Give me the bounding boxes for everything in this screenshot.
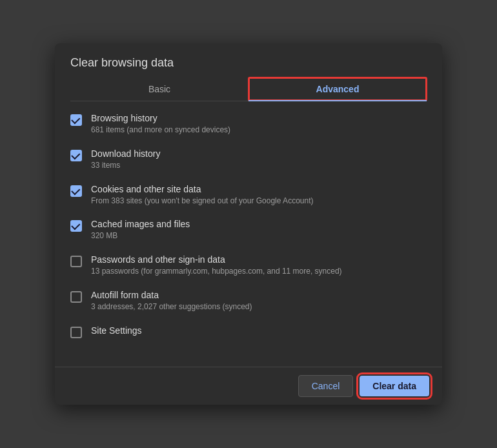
item-label-cached-images: Cached images and files — [91, 219, 190, 229]
dialog-header: Clear browsing data Basic Advanced — [55, 43, 442, 101]
item-sublabel-passwords: 13 passwords (for grammarly.com, hubpage… — [91, 266, 342, 277]
list-item: Download history33 items — [55, 142, 442, 178]
list-item: Passwords and other sign-in data13 passw… — [55, 248, 442, 283]
checkbox-download-history[interactable] — [70, 150, 82, 161]
dialog-body: Browsing history681 items (and more on s… — [55, 101, 442, 367]
checkbox-cached-images[interactable] — [70, 220, 82, 232]
item-label-autofill: Autofill form data — [91, 290, 252, 300]
list-item: Browsing history681 items (and more on s… — [55, 107, 442, 142]
checkbox-site-settings[interactable] — [70, 327, 82, 338]
item-sublabel-autofill: 3 addresses, 2,027 other suggestions (sy… — [91, 301, 252, 312]
checkbox-cookies[interactable] — [70, 185, 82, 197]
list-item: Site Settings — [55, 319, 442, 345]
item-label-browsing-history: Browsing history — [91, 113, 230, 123]
item-sublabel-browsing-history: 681 items (and more on synced devices) — [91, 125, 230, 136]
item-sublabel-cookies: From 383 sites (you won't be signed out … — [91, 196, 313, 207]
scroll-area[interactable]: Browsing history681 items (and more on s… — [55, 101, 442, 367]
item-sublabel-cached-images: 320 MB — [91, 230, 190, 241]
tab-advanced[interactable]: Advanced — [249, 77, 427, 101]
item-label-passwords: Passwords and other sign-in data — [91, 254, 342, 265]
item-label-cookies: Cookies and other site data — [91, 184, 313, 194]
dialog-title: Clear browsing data — [70, 56, 427, 70]
item-sublabel-download-history: 33 items — [91, 160, 160, 171]
dialog-footer: Cancel Clear data — [55, 367, 442, 405]
item-label-download-history: Download history — [91, 148, 160, 159]
tabs-container: Basic Advanced — [70, 77, 427, 101]
clear-browsing-data-dialog: Clear browsing data Basic Advanced Brows… — [55, 43, 442, 405]
clear-data-button[interactable]: Clear data — [360, 376, 429, 396]
item-label-site-settings: Site Settings — [91, 325, 142, 336]
checkbox-browsing-history[interactable] — [70, 114, 82, 126]
cancel-button[interactable]: Cancel — [298, 375, 354, 397]
checkbox-autofill[interactable] — [70, 291, 82, 303]
list-item: Autofill form data3 addresses, 2,027 oth… — [55, 283, 442, 319]
tab-basic[interactable]: Basic — [70, 77, 249, 101]
checkbox-passwords[interactable] — [70, 256, 82, 267]
list-item: Cookies and other site dataFrom 383 site… — [55, 178, 442, 213]
list-item: Cached images and files320 MB — [55, 212, 442, 248]
